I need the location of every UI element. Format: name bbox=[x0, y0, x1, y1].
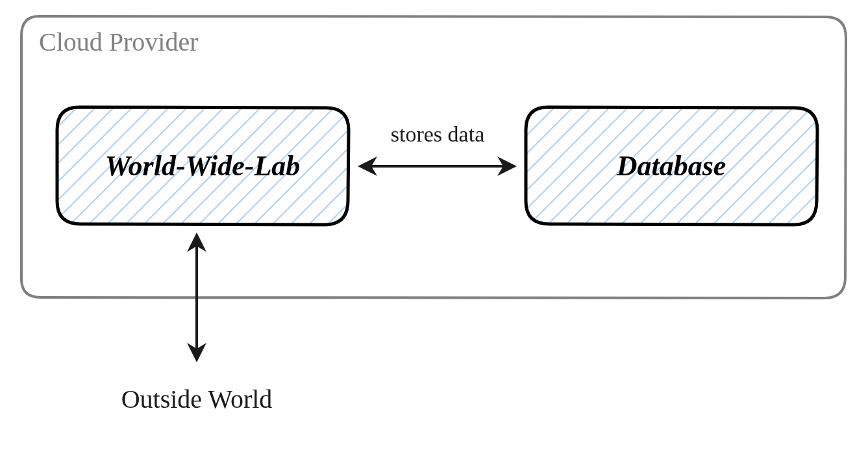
node-world-wide-lab: World-Wide-Lab bbox=[57, 107, 349, 225]
external-outside-world: Outside World bbox=[121, 384, 273, 414]
node-label-wwl: World-Wide-Lab bbox=[105, 150, 301, 182]
architecture-diagram: Cloud Provider World-Wide-Lab Database s… bbox=[0, 0, 868, 450]
node-label-db: Database bbox=[616, 150, 726, 182]
edge-label-stores: stores data bbox=[391, 122, 484, 146]
node-database: Database bbox=[526, 107, 817, 225]
container-label: Cloud Provider bbox=[39, 27, 199, 56]
edge-stores-data: stores data bbox=[362, 122, 513, 166]
